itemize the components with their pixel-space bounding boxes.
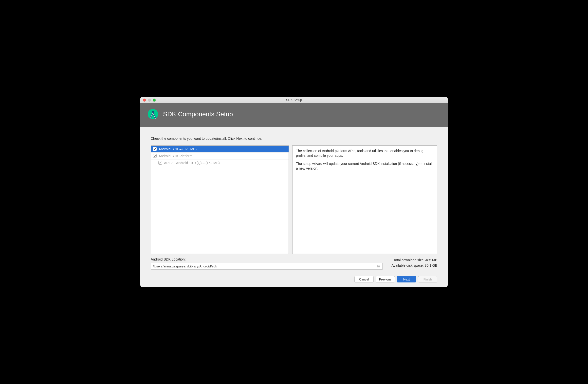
finish-button: Finish: [418, 276, 437, 283]
instruction-text: Check the components you want to update/…: [151, 137, 437, 141]
zoom-icon[interactable]: [153, 99, 156, 101]
titlebar: SDK Setup: [140, 97, 448, 103]
checkbox-icon[interactable]: [153, 154, 157, 158]
wizard-footer: Cancel Previous Next Finish: [140, 272, 448, 287]
page-title: SDK Components Setup: [163, 110, 233, 118]
next-button[interactable]: Next: [397, 276, 416, 283]
minimize-icon: [148, 99, 151, 101]
wizard-content: Check the components you want to update/…: [140, 127, 448, 272]
android-studio-logo-icon: [147, 108, 159, 120]
component-label: API 29: Android 10.0 (Q) – (162 MB): [164, 161, 220, 165]
checkbox-icon[interactable]: [153, 147, 157, 151]
folder-open-icon: [377, 264, 381, 268]
description-line-2: The setup wizard will update your curren…: [296, 162, 434, 171]
window-controls: [140, 99, 156, 101]
available-disk-space: Available disk space: 80.1 GB: [391, 263, 437, 268]
previous-button[interactable]: Previous: [376, 276, 395, 283]
checkbox-icon[interactable]: [158, 161, 162, 165]
sdk-location-field-wrap: [151, 263, 382, 270]
window-title: SDK Setup: [140, 98, 448, 102]
description-panel: The collection of Android platform APIs,…: [292, 145, 437, 254]
description-line-1: The collection of Android platform APIs,…: [296, 149, 434, 158]
sdk-setup-window: SDK Setup SDK Components Setup Check the…: [140, 97, 448, 287]
component-android-sdk-platform[interactable]: Android SDK Platform: [151, 153, 289, 160]
cancel-button[interactable]: Cancel: [355, 276, 374, 283]
sdk-location-input[interactable]: [151, 263, 375, 269]
component-android-sdk[interactable]: Android SDK – (323 MB): [151, 146, 289, 153]
total-download-size: Total download size: 485 MB: [391, 257, 437, 263]
component-label: Android SDK Platform: [159, 154, 192, 158]
component-label: Android SDK – (323 MB): [159, 147, 197, 151]
component-api-29[interactable]: API 29: Android 10.0 (Q) – (162 MB): [151, 160, 289, 166]
install-stats: Total download size: 485 MB Available di…: [391, 257, 437, 268]
wizard-header: SDK Components Setup: [140, 103, 448, 127]
component-list[interactable]: Android SDK – (323 MB) Android SDK Platf…: [151, 145, 289, 254]
browse-folder-button[interactable]: [375, 263, 382, 269]
sdk-location-label: Android SDK Location:: [151, 257, 389, 261]
close-icon[interactable]: [143, 99, 146, 101]
